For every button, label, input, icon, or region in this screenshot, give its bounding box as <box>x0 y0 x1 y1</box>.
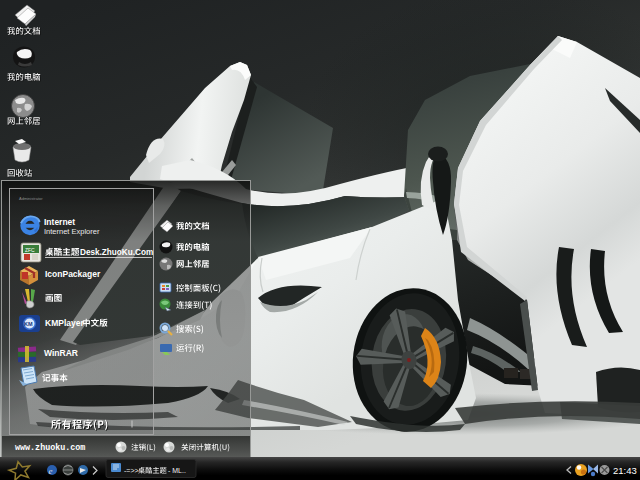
svg-text:e: e <box>49 466 53 476</box>
svg-text:- ML..: - ML.. <box>168 467 186 474</box>
svg-text:21:43: 21:43 <box>613 465 637 476</box>
svg-text:-=>>: -=>> <box>124 467 139 474</box>
